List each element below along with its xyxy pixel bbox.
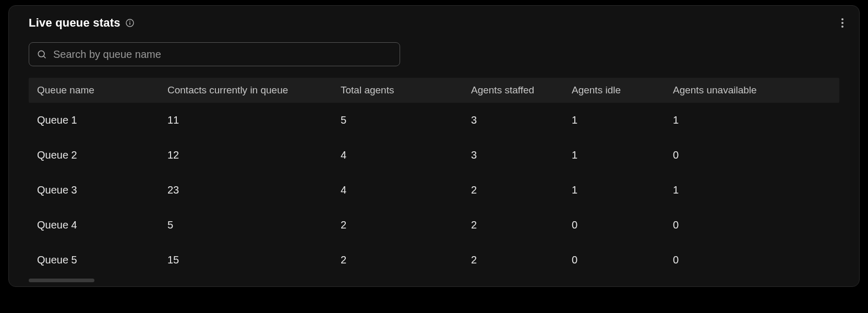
cell-idle: 0 — [563, 219, 665, 231]
more-options-button[interactable] — [836, 15, 849, 31]
cell-staffed: 2 — [463, 254, 563, 266]
svg-point-3 — [38, 51, 44, 57]
cell-total-agents: 5 — [332, 114, 463, 126]
panel-title: Live queue stats — [29, 16, 120, 30]
cell-staffed: 3 — [463, 149, 563, 161]
search-field[interactable] — [29, 42, 400, 66]
column-header-staffed[interactable]: Agents staffed — [463, 85, 563, 96]
cell-idle: 1 — [563, 114, 665, 126]
cell-unavailable: 0 — [665, 149, 790, 161]
cell-unavailable: 1 — [665, 184, 790, 196]
cell-staffed: 2 — [463, 184, 563, 196]
cell-unavailable: 0 — [665, 219, 790, 231]
column-header-contacts[interactable]: Contacts currently in queue — [159, 85, 332, 96]
cell-contacts: 12 — [159, 149, 332, 161]
kebab-dot-icon — [841, 18, 843, 20]
svg-rect-1 — [129, 22, 130, 25]
cell-staffed: 2 — [463, 219, 563, 231]
cell-queue-name: Queue 1 — [29, 114, 159, 126]
cell-contacts: 5 — [159, 219, 332, 231]
cell-queue-name: Queue 4 — [29, 219, 159, 231]
cell-contacts: 11 — [159, 114, 332, 126]
cell-idle: 0 — [563, 254, 665, 266]
cell-total-agents: 2 — [332, 219, 463, 231]
panel-header: Live queue stats — [17, 15, 851, 33]
svg-point-2 — [129, 21, 130, 22]
live-queue-stats-panel: Live queue stats Queue na — [8, 5, 860, 287]
queue-stats-table: Queue name Contacts currently in queue T… — [29, 78, 839, 278]
table-row[interactable]: Queue 1 11 5 3 1 1 — [29, 103, 839, 138]
column-header-unavailable[interactable]: Agents unavailable — [665, 85, 790, 96]
cell-idle: 1 — [563, 149, 665, 161]
column-header-idle[interactable]: Agents idle — [563, 85, 665, 96]
cell-total-agents: 4 — [332, 184, 463, 196]
table-row[interactable]: Queue 4 5 2 2 0 0 — [29, 208, 839, 243]
cell-queue-name: Queue 5 — [29, 254, 159, 266]
cell-total-agents: 4 — [332, 149, 463, 161]
cell-unavailable: 1 — [665, 114, 790, 126]
panel-header-left: Live queue stats — [29, 16, 134, 30]
search-container — [29, 42, 400, 66]
kebab-dot-icon — [841, 26, 843, 28]
cell-idle: 1 — [563, 184, 665, 196]
table-row[interactable]: Queue 2 12 4 3 1 0 — [29, 138, 839, 173]
info-icon[interactable] — [126, 19, 134, 27]
cell-total-agents: 2 — [332, 254, 463, 266]
horizontal-scrollbar[interactable] — [29, 279, 94, 282]
cell-unavailable: 0 — [665, 254, 790, 266]
kebab-dot-icon — [841, 22, 843, 24]
table-row[interactable]: Queue 5 15 2 2 0 0 — [29, 243, 839, 278]
column-header-queue-name[interactable]: Queue name — [29, 85, 159, 96]
cell-staffed: 3 — [463, 114, 563, 126]
table-row[interactable]: Queue 3 23 4 2 1 1 — [29, 173, 839, 208]
cell-contacts: 23 — [159, 184, 332, 196]
search-icon — [37, 49, 47, 59]
cell-contacts: 15 — [159, 254, 332, 266]
cell-queue-name: Queue 3 — [29, 184, 159, 196]
cell-queue-name: Queue 2 — [29, 149, 159, 161]
table-header: Queue name Contacts currently in queue T… — [29, 78, 839, 103]
svg-line-4 — [44, 56, 46, 58]
search-input[interactable] — [53, 49, 392, 61]
column-header-total-agents[interactable]: Total agents — [332, 85, 463, 96]
table-body: Queue 1 11 5 3 1 1 Queue 2 12 4 3 1 0 Qu… — [29, 103, 839, 278]
